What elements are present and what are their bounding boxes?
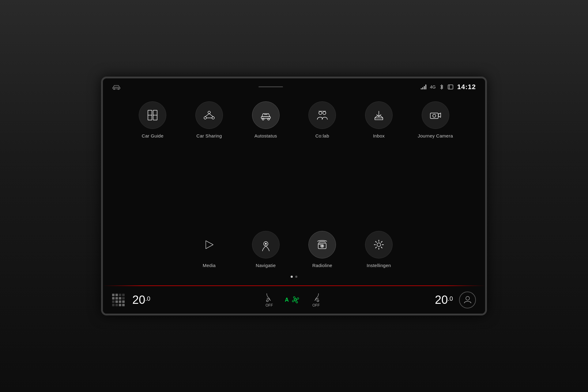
fan-icon [291,295,300,305]
status-indicator [258,86,283,87]
svg-point-11 [212,117,214,119]
svg-point-35 [466,296,469,300]
screen-bezel: 4G 14:12 [101,77,487,315]
temp-right-value: 20 [435,293,448,307]
app-inbox[interactable]: Inbox [354,101,404,138]
svg-point-10 [204,117,206,119]
app-media[interactable]: Media [184,231,235,268]
seat-heat-left[interactable]: OFF [264,292,274,307]
media-icon [203,238,216,251]
outer-frame: 4G 14:12 [0,0,588,392]
empty-cell [127,231,178,268]
colab-icon-circle [308,101,336,129]
seat-left-label: OFF [266,303,273,307]
climate-temp-right[interactable]: 20 .0 [435,293,453,307]
svg-point-2 [118,89,119,90]
seat-right-icon [311,292,321,302]
autostatus-icon [259,109,272,122]
svg-line-13 [209,114,213,117]
profile-button[interactable] [459,292,476,308]
app-autostatus[interactable]: Autostatus [240,101,291,138]
navigatie-label: Navigatie [256,263,276,268]
inbox-icon [372,109,385,122]
app-journey-camera[interactable]: Journey Camera [410,101,461,138]
svg-point-18 [319,111,322,115]
app-grid-bottom: Media Navigatie [127,231,461,268]
climate-temp-left[interactable]: 20 .0 [132,293,150,307]
svg-line-12 [205,114,209,117]
climate-controls: OFF A [264,292,321,307]
seat-left-icon [264,292,274,302]
journey-camera-icon [429,109,442,122]
car-sharing-icon-circle [195,101,223,129]
temp-right-decimal: .0 [448,295,453,302]
status-right: 4G 14:12 [421,83,476,91]
car-status-icon [112,84,121,90]
app-radioline[interactable]: Radioline [297,231,348,268]
page-dot-1[interactable] [291,276,293,278]
radioline-icon-circle [308,231,336,258]
svg-point-19 [323,111,326,115]
car-sharing-icon [203,109,216,122]
app-navigatie[interactable]: Navigatie [240,231,291,268]
colab-icon [316,109,329,122]
status-left [112,84,121,90]
screen: 4G 14:12 [103,78,485,314]
temp-left-decimal: .0 [145,295,150,302]
heat-grid [112,294,125,306]
seat-right-label: OFF [312,303,320,307]
instellingen-icon-circle [365,231,393,258]
inbox-icon-circle [365,101,393,129]
journey-camera-icon-circle [422,101,449,129]
app-grid-top: Car Guide [127,101,461,138]
clock-display: 14:12 [457,83,476,91]
svg-marker-22 [438,113,441,117]
autostatus-icon-circle [252,101,280,129]
navigatie-icon [259,238,272,251]
app-colab[interactable]: Co:lab [297,101,348,138]
grid-spacer [127,148,461,231]
navigatie-icon-circle [252,231,280,258]
page-dots [127,276,461,278]
svg-point-9 [208,111,210,114]
media-label: Media [203,263,216,268]
car-guide-label: Car Guide [142,133,164,138]
inbox-label: Inbox [373,133,385,138]
bluetooth-icon [439,84,444,90]
main-content: Car Guide [103,95,485,285]
svg-point-32 [266,300,268,302]
app-instellingen[interactable]: Instellingen [354,231,404,268]
temp-left-value: 20 [132,293,145,307]
svg-point-34 [317,300,319,302]
svg-point-23 [433,114,436,117]
status-bar: 4G 14:12 [103,78,485,95]
seat-heat-right[interactable]: OFF [311,292,321,307]
empty-cell-2 [410,231,461,268]
car-guide-icon [146,109,159,122]
fan-mode-label: A [285,297,289,303]
svg-point-1 [114,89,115,90]
profile-icon [463,295,472,304]
climate-right: 20 .0 [435,292,476,308]
car-guide-icon-circle [139,101,166,129]
svg-rect-21 [430,113,438,119]
autostatus-label: Autostatus [254,133,277,138]
app-car-guide[interactable]: Car Guide [127,101,178,138]
car-sharing-label: Car Sharing [196,133,222,138]
media-icon-circle [195,231,223,258]
network-label: 4G [430,85,436,89]
instellingen-icon [372,238,385,251]
colab-label: Co:lab [315,133,329,138]
signal-icon [421,85,426,89]
fan-auto[interactable]: A [285,295,300,305]
page-dot-2[interactable] [295,276,297,278]
climate-bar: 20 .0 OFF [103,286,485,314]
journey-camera-label: Journey Camera [418,133,453,138]
red-divider [103,285,485,286]
svg-point-33 [295,299,296,301]
svg-rect-3 [448,85,453,89]
svg-point-29 [322,245,323,247]
app-car-sharing[interactable]: Car Sharing [184,101,235,138]
climate-left-zone: 20 .0 [112,293,150,307]
svg-point-26 [265,243,266,244]
